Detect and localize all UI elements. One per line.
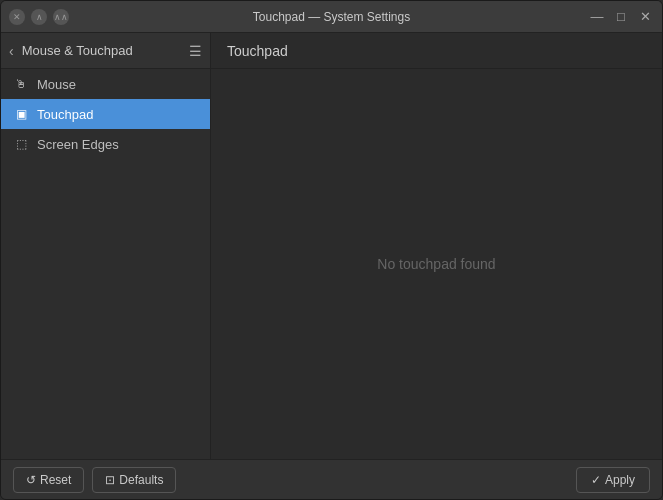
reset-label: Reset xyxy=(40,473,71,487)
main-content: No touchpad found xyxy=(211,69,662,459)
main-header: Touchpad xyxy=(211,33,662,69)
sidebar-header-label: Mouse & Touchpad xyxy=(22,43,133,58)
minimize-window-button[interactable]: ∧ xyxy=(31,9,47,25)
reset-button[interactable]: ↺ Reset xyxy=(13,467,84,493)
main-panel: Touchpad No touchpad found xyxy=(211,33,662,459)
maximize-icon[interactable]: □ xyxy=(612,8,630,26)
sidebar-item-screen-edges[interactable]: ⬚ Screen Edges xyxy=(1,129,210,159)
mouse-icon: 🖱 xyxy=(13,76,29,92)
apply-button[interactable]: ✓ Apply xyxy=(576,467,650,493)
titlebar-left: ✕ ∧ ∧∧ xyxy=(9,9,69,25)
sidebar-item-mouse[interactable]: 🖱 Mouse xyxy=(1,69,210,99)
reset-icon: ↺ xyxy=(26,473,36,487)
defaults-icon: ⊡ xyxy=(105,473,115,487)
titlebar: ✕ ∧ ∧∧ Touchpad — System Settings — □ ✕ xyxy=(1,1,662,33)
apply-icon: ✓ xyxy=(591,473,601,487)
sidebar: ‹ Mouse & Touchpad ☰ 🖱 Mouse ▣ Touchpad … xyxy=(1,33,211,459)
back-icon[interactable]: ‹ xyxy=(9,43,14,59)
footer: ↺ Reset ⊡ Defaults ✓ Apply xyxy=(1,459,662,499)
main-title: Touchpad xyxy=(227,43,288,59)
defaults-label: Defaults xyxy=(119,473,163,487)
content-area: ‹ Mouse & Touchpad ☰ 🖱 Mouse ▣ Touchpad … xyxy=(1,33,662,459)
sidebar-item-touchpad-label: Touchpad xyxy=(37,107,93,122)
empty-message: No touchpad found xyxy=(377,256,495,272)
close-window-button[interactable]: ✕ xyxy=(9,9,25,25)
titlebar-right: — □ ✕ xyxy=(588,8,654,26)
screen-edges-icon: ⬚ xyxy=(13,136,29,152)
sidebar-item-screen-edges-label: Screen Edges xyxy=(37,137,119,152)
minimize-icon[interactable]: — xyxy=(588,8,606,26)
window: ✕ ∧ ∧∧ Touchpad — System Settings — □ ✕ … xyxy=(0,0,663,500)
defaults-button[interactable]: ⊡ Defaults xyxy=(92,467,176,493)
apply-label: Apply xyxy=(605,473,635,487)
sidebar-item-touchpad[interactable]: ▣ Touchpad xyxy=(1,99,210,129)
maximize-window-button[interactable]: ∧∧ xyxy=(53,9,69,25)
sidebar-item-mouse-label: Mouse xyxy=(37,77,76,92)
touchpad-icon: ▣ xyxy=(13,106,29,122)
menu-icon[interactable]: ☰ xyxy=(189,43,202,59)
sidebar-header: ‹ Mouse & Touchpad ☰ xyxy=(1,33,210,69)
window-title: Touchpad — System Settings xyxy=(253,10,410,24)
close-icon[interactable]: ✕ xyxy=(636,8,654,26)
